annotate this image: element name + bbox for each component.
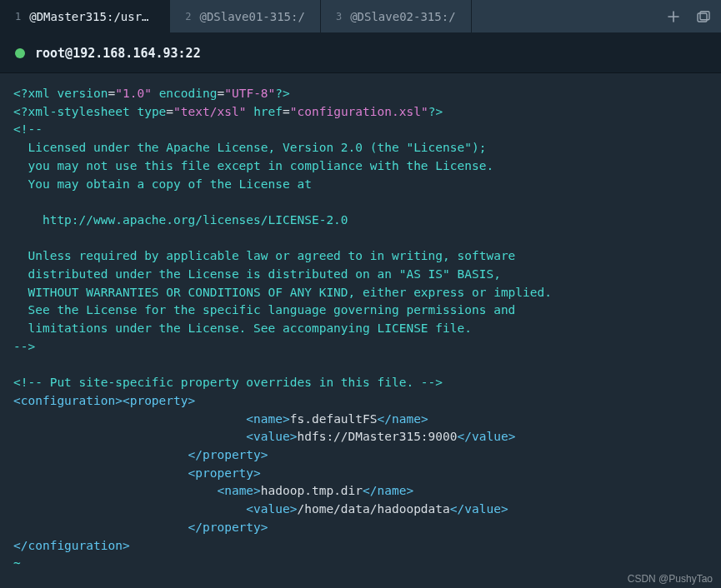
license-line: See the License for the specific languag…: [13, 303, 515, 316]
tab-3[interactable]: 3 @DSlave02-315:/: [321, 0, 472, 32]
code-line: <?xml version="1.0" encoding="UTF-8"?>: [13, 87, 290, 100]
license-line: You may obtain a copy of the License at: [13, 177, 312, 191]
license-line: WITHOUT WARRANTIES OR CONDITIONS OF ANY …: [13, 286, 552, 299]
status-indicator: [15, 48, 25, 58]
license-line: Licensed under the Apache License, Versi…: [13, 141, 486, 154]
code-line: <value>/home/data/hadoopdata</value>: [13, 502, 508, 516]
tab-index: 1: [15, 11, 21, 22]
site-comment: <!-- Put site-specific property override…: [13, 376, 443, 389]
license-line: Unless required by applicable law or agr…: [13, 249, 515, 262]
watermark: CSDN @PushyTao: [628, 573, 713, 585]
comment-open: <!--: [13, 122, 43, 136]
code-line: </property>: [13, 448, 268, 461]
tab-index: 2: [185, 11, 191, 22]
code-line: <configuration><property>: [13, 394, 195, 407]
vim-empty-line: ~: [13, 556, 21, 570]
tab-bar: 1 @DMaster315:/usr/loc... 2 @DSlave01-31…: [0, 0, 721, 33]
code-line: </property>: [13, 521, 268, 534]
code-line: <name>hadoop.tmp.dir</name>: [13, 484, 413, 497]
license-line: limitations under the License. See accom…: [13, 321, 472, 335]
tab-1[interactable]: 1 @DMaster315:/usr/loc...: [0, 0, 170, 32]
tab-index: 3: [336, 11, 342, 22]
license-line: distributed under the License is distrib…: [13, 267, 501, 281]
code-line: <name>fs.defaultFS</name>: [13, 412, 428, 426]
new-tab-button[interactable]: [664, 7, 683, 26]
window-icon: [697, 11, 710, 22]
tab-2[interactable]: 2 @DSlave01-315:/: [170, 0, 321, 32]
tab-actions: [656, 0, 721, 32]
plus-icon: [668, 11, 679, 22]
code-line: <value>hdfs://DMaster315:9000</value>: [13, 430, 515, 443]
session-host: root@192.168.164.93:22: [35, 46, 201, 61]
code-line: <property>: [13, 466, 261, 480]
tab-label: @DSlave02-315:/: [350, 10, 455, 23]
tab-label: @DMaster315:/usr/loc...: [29, 10, 154, 23]
license-line: http://www.apache.org/licenses/LICENSE-2…: [13, 213, 348, 227]
editor-viewport[interactable]: <?xml version="1.0" encoding="UTF-8"?> <…: [0, 73, 721, 580]
tab-label: @DSlave01-315:/: [199, 10, 304, 23]
comment-close: -->: [13, 340, 35, 353]
code-line: <?xml-stylesheet type="text/xsl" href="c…: [13, 105, 443, 118]
tabs-overview-button[interactable]: [694, 7, 713, 26]
session-bar: root@192.168.164.93:22: [0, 33, 721, 73]
license-line: you may not use this file except in comp…: [13, 159, 493, 172]
code-line: </configuration>: [13, 539, 130, 552]
